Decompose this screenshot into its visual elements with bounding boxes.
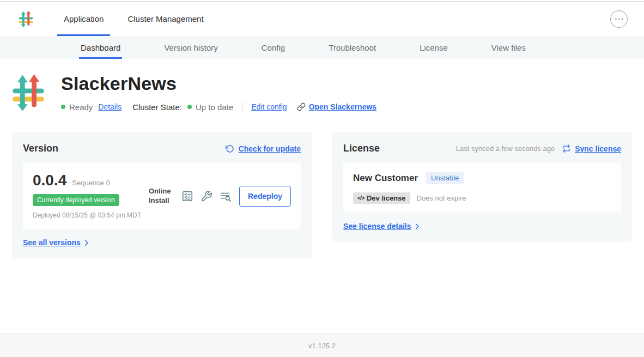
channel-badge: Unstable — [426, 172, 464, 184]
license-customer-row: New Customer Unstable — [353, 172, 611, 184]
slackernews-logo-icon-large — [12, 73, 45, 112]
see-license-details-label: See license details — [343, 222, 411, 231]
code-icon: </> — [357, 195, 364, 201]
dashboard-cards: Version Check for update 0.0.4 Sequ — [12, 132, 632, 258]
cluster-state-value: Up to date — [196, 102, 233, 112]
license-card: License Last synced a few seconds ago Sy… — [332, 132, 632, 242]
deployed-timestamp: Deployed 08/15/25 @ 03:54 pm MDT — [33, 211, 141, 220]
tab-application-label: Application — [64, 14, 104, 23]
sync-icon — [562, 144, 570, 153]
chevron-right-icon — [82, 239, 90, 247]
see-all-versions-link[interactable]: See all versions — [23, 238, 90, 247]
config-values-icon[interactable] — [201, 190, 212, 202]
subnav-version-history-label: Version history — [164, 43, 217, 52]
version-card-title: Version — [23, 143, 58, 154]
see-license-details-link[interactable]: See license details — [343, 222, 421, 231]
subnav-item-config[interactable]: Config — [260, 37, 287, 59]
subnav-view-files-label: View files — [491, 43, 526, 52]
license-sync-area: Last synced a few seconds ago Sync licen… — [456, 144, 621, 153]
license-type-row: </> Dev license Does not expire — [353, 192, 611, 204]
header-tabs: Application Cluster Management — [57, 2, 221, 36]
status-row: Ready Details Cluster State: Up to date … — [61, 102, 376, 112]
chevron-right-icon — [413, 222, 421, 231]
version-card: Version Check for update 0.0.4 Sequ — [12, 132, 312, 258]
cluster-state-dot — [187, 105, 192, 109]
last-synced-label: Last synced a few seconds ago — [456, 144, 555, 153]
more-options-button[interactable]: ⋯ — [610, 10, 628, 28]
tab-cluster-management[interactable]: Cluster Management — [121, 2, 210, 36]
redeploy-button[interactable]: Redeploy — [239, 186, 291, 207]
edit-config-link[interactable]: Edit config — [251, 102, 287, 111]
app-subnav: Dashboard Version history Config Trouble… — [0, 37, 644, 59]
customer-name: New Customer — [353, 173, 418, 184]
license-expiration: Does not expire — [417, 194, 466, 202]
version-action-icons — [181, 190, 232, 202]
subnav-item-view-files[interactable]: View files — [490, 37, 527, 59]
subnav-item-license[interactable]: License — [418, 37, 449, 59]
main-content: SlackerNews Ready Details Cluster State:… — [0, 59, 644, 334]
app-status-dot — [61, 105, 65, 109]
app-hero: SlackerNews Ready Details Cluster State:… — [12, 73, 632, 112]
subnav-item-version-history[interactable]: Version history — [162, 37, 219, 59]
tab-application[interactable]: Application — [57, 2, 110, 36]
top-header: Application Cluster Management ⋯ — [0, 2, 644, 37]
open-app-link-label: Open Slackernews — [309, 102, 377, 111]
vertical-divider — [242, 102, 242, 112]
tab-cluster-management-label: Cluster Management — [127, 14, 203, 23]
footer: v1.125.2 — [0, 334, 644, 357]
subnav-item-dashboard[interactable]: Dashboard — [79, 37, 122, 59]
check-for-update[interactable]: Check for update — [226, 144, 301, 153]
version-card-header: Version Check for update — [23, 143, 301, 154]
app-status-label: Ready — [69, 102, 93, 112]
cluster-state-label: Cluster State: — [132, 102, 182, 112]
deployed-badge: Currently deployed version — [33, 194, 119, 206]
refresh-icon — [226, 144, 234, 153]
page-title: SlackerNews — [61, 73, 376, 94]
ellipsis-icon: ⋯ — [615, 14, 624, 23]
console-version: v1.125.2 — [308, 342, 336, 350]
subnav-item-troubleshoot[interactable]: Troubleshoot — [327, 37, 378, 59]
install-type-label: Online Install — [149, 187, 174, 205]
version-info: 0.0.4 Sequence 0 Currently deployed vers… — [33, 172, 141, 220]
external-link-icon — [297, 102, 306, 111]
sync-license-link[interactable]: Sync license — [575, 144, 621, 153]
subnav-license-label: License — [420, 43, 448, 52]
current-version-box: 0.0.4 Sequence 0 Currently deployed vers… — [23, 163, 301, 229]
license-card-header: License Last synced a few seconds ago Sy… — [343, 143, 621, 154]
check-for-update-label: Check for update — [239, 144, 301, 153]
version-actions: Online Install — [149, 186, 291, 207]
license-type-label: Dev license — [367, 194, 406, 202]
sequence-label: Sequence 0 — [72, 179, 110, 187]
version-number: 0.0.4 — [33, 172, 66, 189]
license-card-title: License — [343, 143, 380, 154]
see-all-versions-label: See all versions — [23, 238, 81, 247]
app-icon — [12, 73, 45, 112]
license-info-box: New Customer Unstable </> Dev license Do… — [343, 163, 621, 213]
open-app-link[interactable]: Open Slackernews — [297, 102, 377, 111]
hero-text: SlackerNews Ready Details Cluster State:… — [61, 73, 376, 112]
license-type-badge: </> Dev license — [353, 192, 410, 204]
subnav-dashboard-label: Dashboard — [81, 43, 120, 52]
release-notes-icon[interactable] — [181, 190, 193, 202]
app-logo-icon — [19, 10, 33, 28]
slackernews-logo-icon — [19, 10, 33, 28]
subnav-config-label: Config — [262, 43, 285, 52]
deploy-logs-icon[interactable] — [220, 190, 232, 202]
subnav-troubleshoot-label: Troubleshoot — [329, 43, 376, 52]
details-link[interactable]: Details — [98, 102, 121, 111]
